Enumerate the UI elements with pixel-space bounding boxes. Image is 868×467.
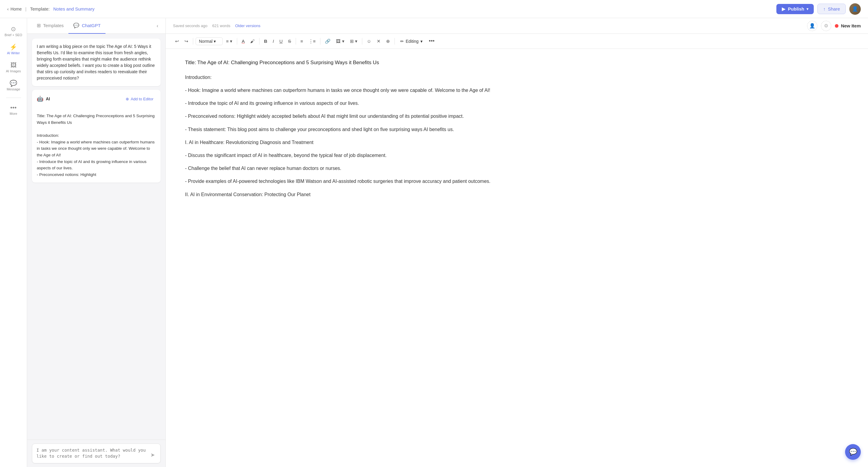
sidebar-label-brief-seo: Brief + SEO (4, 33, 22, 37)
new-item-button[interactable]: New Item (835, 23, 861, 28)
sidebar-item-more[interactable]: ••• More (1, 101, 26, 118)
sidebar-item-message[interactable]: 💬 Message (1, 77, 26, 94)
template-prefix: Template: (30, 6, 50, 11)
numbered-list-button[interactable]: ⋮≡ (307, 37, 318, 45)
sidebar: ⊙ Brief + SEO ⚡ AI Writer 🖼 AI Images 💬 … (0, 18, 27, 467)
emoji-button[interactable]: ☺ (365, 37, 373, 45)
align-dropdown-button[interactable]: ≡ ▾ (224, 37, 235, 45)
para-preconceived: - Preconceived notions: Highlight widely… (185, 112, 849, 120)
chat-support-button[interactable]: 💬 (845, 444, 861, 460)
sidebar-item-ai-images[interactable]: 🖼 AI Images (1, 59, 26, 76)
undo-button[interactable]: ↩ (173, 37, 181, 45)
style-select[interactable]: Normal ▾ (195, 37, 223, 45)
editor-meta: Saved seconds ago 621 words Older versio… (173, 24, 260, 28)
header-right: ▶ Publish ▾ ↑ Share 👤 (776, 3, 861, 15)
top-header: ‹ Home | Template: Notes and Summary ▶ P… (0, 0, 868, 18)
para-challenge-doctors: - Challenge the belief that AI can never… (185, 164, 849, 172)
panel-tabs: ⊞ Templates 💬 ChatGPT ‹ (27, 18, 165, 34)
user-message-text: I am writing a blog piece on the topic T… (37, 44, 155, 81)
publish-label: Publish (788, 6, 804, 11)
toolbar-sep-4 (296, 38, 296, 44)
toolbar-more-button[interactable]: ••• (427, 36, 437, 46)
sidebar-item-ai-writer[interactable]: ⚡ AI Writer (1, 41, 26, 58)
link-button[interactable]: 🔗 (323, 37, 333, 45)
main-layout: ⊙ Brief + SEO ⚡ AI Writer 🖼 AI Images 💬 … (0, 18, 868, 467)
section-healthcare-heading: I. AI in Healthcare: Revolutionizing Dia… (185, 138, 849, 147)
style-chevron-icon: ▾ (214, 39, 216, 44)
breadcrumb-separator: | (25, 7, 27, 11)
chat-send-button[interactable]: ➤ (149, 450, 156, 460)
editor-top-bar: Saved seconds ago 621 words Older versio… (166, 18, 868, 34)
insert-button[interactable]: ⊕ (384, 37, 392, 45)
toolbar-sep-1 (193, 38, 193, 44)
chatgpt-tab-label: ChatGPT (82, 23, 101, 28)
templates-tab-label: Templates (43, 23, 64, 28)
toolbar-sep-3 (259, 38, 259, 44)
panel-collapse-button[interactable]: ‹ (154, 21, 161, 31)
para-healthcare-impact: - Discuss the significant impact of AI i… (185, 151, 849, 159)
home-link[interactable]: ‹ Home (7, 7, 22, 11)
avatar[interactable]: 👤 (849, 3, 861, 15)
ai-writer-icon: ⚡ (10, 44, 17, 50)
para-thesis: - Thesis statement: This blog post aims … (185, 125, 849, 133)
gear-icon: ⚙ (824, 23, 828, 29)
table-button[interactable]: ⊞ ▾ (348, 37, 360, 45)
clear-format-button[interactable]: ✕ (375, 37, 383, 45)
template-name: Notes and Summary (53, 6, 95, 11)
sidebar-divider (6, 98, 21, 98)
toolbar-sep-7 (395, 38, 395, 44)
toolbar-sep-2 (237, 38, 237, 44)
templates-tab-icon: ⊞ (37, 23, 41, 28)
para-ibm-watson: - Provide examples of AI-powered technol… (185, 177, 849, 185)
publish-button[interactable]: ▶ Publish ▾ (776, 4, 814, 14)
bullet-list-button[interactable]: ≡ (299, 37, 305, 45)
strikethrough-button[interactable]: S (286, 37, 293, 45)
sidebar-label-more: More (10, 112, 17, 115)
ai-images-icon: 🖼 (10, 62, 17, 68)
chat-bubble-ai: 🤖 AI ⊕ Add to Editor Title: The Age of A… (32, 90, 161, 183)
new-item-dot (835, 24, 838, 28)
chat-input-area: ➤ (27, 440, 165, 467)
user-icon-button[interactable]: 👤 (807, 21, 817, 31)
image-button[interactable]: 🖼 ▾ (334, 37, 346, 45)
share-label: Share (828, 6, 840, 11)
sidebar-item-brief-seo[interactable]: ⊙ Brief + SEO (1, 23, 26, 40)
publish-icon: ▶ (782, 6, 785, 12)
settings-icon-button[interactable]: ⚙ (821, 21, 831, 31)
message-icon: 💬 (10, 80, 17, 86)
editing-dropdown[interactable]: ✏ Editing ▾ (397, 37, 426, 45)
para-hook: - Hook: Imagine a world where machines c… (185, 86, 849, 94)
toolbar-sep-5 (320, 38, 320, 44)
panel-content: I am writing a blog piece on the topic T… (27, 34, 165, 440)
tab-chatgpt[interactable]: 💬 ChatGPT (68, 18, 105, 34)
sidebar-label-message: Message (7, 87, 20, 91)
add-to-editor-button[interactable]: ⊕ Add to Editor (123, 95, 156, 102)
section-environment-heading: II. AI in Environmental Conservation: Pr… (185, 190, 849, 198)
chat-input-wrapper: ➤ (32, 443, 161, 463)
chat-support-icon: 💬 (849, 448, 857, 456)
ai-content-text: Title: The Age of AI: Challenging Precon… (37, 114, 155, 177)
editor-actions: 👤 ⚙ New Item (807, 21, 861, 31)
saved-status: Saved seconds ago (173, 24, 207, 28)
bold-button[interactable]: B (262, 37, 270, 45)
edit-pencil-icon: ✏ (400, 39, 404, 44)
word-count: 621 words (212, 24, 230, 28)
editor-content[interactable]: Title: The Age of AI: Challenging Precon… (166, 49, 868, 467)
highlight-button[interactable]: 🖌 (248, 37, 257, 45)
underline-button[interactable]: U (277, 37, 285, 45)
redo-button[interactable]: ↪ (182, 37, 190, 45)
home-label: Home (10, 7, 22, 11)
chat-input[interactable] (36, 447, 146, 460)
brief-seo-icon: ⊙ (11, 26, 16, 32)
add-to-editor-label: Add to Editor (131, 97, 153, 101)
ai-sender-name: AI (46, 95, 50, 102)
tab-templates[interactable]: ⊞ Templates (32, 18, 68, 34)
italic-button[interactable]: I (271, 37, 276, 45)
editing-chevron-icon: ▾ (421, 39, 423, 44)
style-label: Normal (199, 39, 213, 44)
header-left: ‹ Home | Template: Notes and Summary (7, 6, 94, 11)
older-versions-link[interactable]: Older versions (235, 24, 260, 28)
text-color-button[interactable]: A (240, 37, 247, 45)
ai-sender-label: 🤖 AI (37, 95, 50, 103)
share-button[interactable]: ↑ Share (817, 4, 846, 14)
